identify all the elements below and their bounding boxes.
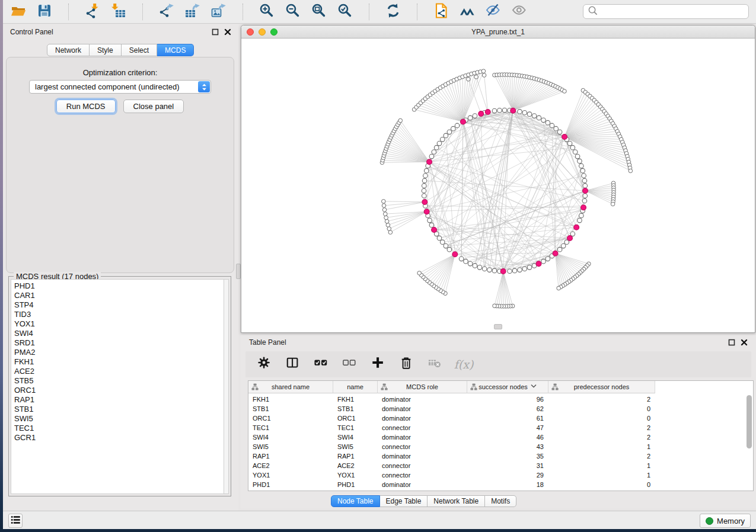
graph-mcds-node[interactable] (562, 134, 567, 140)
maximize-window-icon[interactable] (270, 28, 277, 36)
mcds-result-list[interactable]: PHD1CAR1STP4TID3YOX1SWI4SRD1PMA2FKH1ACE2… (11, 279, 224, 494)
export-image-button[interactable] (210, 4, 227, 20)
zoom-out-button[interactable] (285, 4, 301, 20)
network-window-titlebar[interactable]: YPA_prune.txt_1 (241, 25, 755, 39)
graph-node[interactable] (532, 114, 537, 118)
mcds-result-scrollbar[interactable] (224, 279, 229, 494)
mcds-result-item[interactable]: PHD1 (14, 281, 224, 291)
graph-node[interactable] (537, 116, 541, 120)
mcds-result-item[interactable]: SWI4 (14, 329, 224, 338)
graph-node[interactable] (527, 112, 532, 117)
mcds-result-item[interactable]: STB1 (14, 405, 224, 414)
graph-node[interactable] (583, 184, 588, 188)
graph-mcds-node[interactable] (432, 227, 437, 233)
graph-mcds-node[interactable] (424, 209, 429, 214)
table-row[interactable]: PHD1PHD1dominator180 (248, 480, 753, 489)
graph-node[interactable] (451, 126, 456, 131)
graph-node[interactable] (580, 168, 585, 173)
graph-leaf-node[interactable] (383, 212, 387, 216)
mcds-result-item[interactable]: SWI5 (14, 414, 224, 424)
close-panel-icon[interactable] (224, 28, 231, 36)
select-all-button[interactable] (314, 357, 328, 371)
graph-node[interactable] (518, 268, 522, 273)
run-mcds-button[interactable]: Run MCDS (56, 100, 116, 113)
graph-mcds-node[interactable] (536, 261, 541, 267)
graph-node[interactable] (573, 150, 578, 155)
graph-node[interactable] (434, 145, 439, 150)
settings-gear-button[interactable] (257, 357, 272, 371)
table-scrollbar[interactable] (747, 395, 752, 448)
graph-node[interactable] (440, 240, 445, 245)
graph-leaf-node[interactable] (481, 69, 486, 73)
graph-mcds-node[interactable] (500, 269, 506, 274)
tab-select[interactable]: Select (122, 44, 157, 56)
column-header-name[interactable]: name (333, 381, 378, 393)
graph-node[interactable] (508, 269, 512, 274)
graph-mcds-node[interactable] (553, 251, 558, 256)
graph-node[interactable] (422, 178, 427, 183)
minimize-window-icon[interactable] (259, 28, 266, 36)
new-network-from-selection-button[interactable] (433, 4, 449, 20)
column-header-MCDS-role[interactable]: MCDS role (378, 381, 467, 393)
first-neighbors-button[interactable] (459, 4, 476, 20)
graph-node[interactable] (541, 118, 546, 123)
graph-leaf-node[interactable] (629, 169, 633, 173)
graph-node[interactable] (422, 184, 426, 188)
column-header-successor-nodes[interactable]: successor nodes (467, 381, 548, 393)
vertical-splitter-handle[interactable] (236, 264, 241, 279)
graph-node[interactable] (440, 137, 445, 142)
graph-node[interactable] (473, 264, 477, 268)
graph-mcds-node[interactable] (583, 188, 588, 194)
close-panel-button[interactable]: Close panel (123, 100, 184, 113)
graph-leaf-node[interactable] (493, 304, 497, 308)
graph-node[interactable] (582, 178, 587, 183)
tab-mcds[interactable]: MCDS (157, 44, 194, 56)
mcds-result-item[interactable]: CAR1 (14, 291, 224, 300)
graph-leaf-node[interactable] (611, 202, 615, 206)
tab-node-table[interactable]: Node Table (331, 495, 380, 507)
graph-leaf-node[interactable] (385, 219, 389, 223)
table-row[interactable]: ACE2ACE2connector311 (248, 461, 753, 470)
graph-node[interactable] (447, 247, 452, 252)
mcds-result-item[interactable]: ORC1 (14, 386, 224, 395)
graph-mcds-node[interactable] (427, 159, 432, 165)
graph-node[interactable] (487, 268, 492, 273)
criterion-dropdown[interactable]: largest connected component (undirected) (29, 80, 211, 94)
graph-node[interactable] (578, 218, 582, 223)
graph-node[interactable] (527, 265, 532, 270)
graph-node[interactable] (546, 120, 550, 125)
graph-node[interactable] (444, 243, 448, 248)
close-window-icon[interactable] (247, 28, 254, 36)
mcds-result-item[interactable]: TEC1 (14, 424, 224, 433)
float-panel-icon[interactable] (728, 339, 735, 346)
tab-network-table[interactable]: Network Table (428, 495, 485, 507)
memory-button[interactable]: Memory (700, 514, 751, 528)
graph-node[interactable] (423, 174, 428, 178)
graph-mcds-node[interactable] (422, 200, 428, 205)
graph-node[interactable] (578, 159, 582, 164)
graph-mcds-node[interactable] (567, 236, 573, 241)
graph-leaf-node[interactable] (381, 200, 385, 204)
graph-node[interactable] (522, 267, 527, 271)
graph-node[interactable] (582, 174, 586, 178)
search-box[interactable] (583, 4, 749, 19)
graph-node[interactable] (582, 198, 587, 203)
graph-node[interactable] (424, 168, 429, 173)
graph-node[interactable] (422, 188, 426, 193)
graph-node[interactable] (432, 150, 436, 155)
graph-leaf-node[interactable] (398, 118, 403, 123)
graph-node[interactable] (444, 133, 448, 138)
graph-node[interactable] (557, 130, 562, 134)
mcds-result-item[interactable]: ACE2 (14, 367, 224, 376)
table-row[interactable]: YOX1YOX1connector291 (248, 470, 753, 480)
graph-node[interactable] (429, 223, 434, 227)
graph-node[interactable] (473, 114, 477, 118)
graph-node[interactable] (512, 268, 517, 273)
tab-motifs[interactable]: Motifs (485, 495, 516, 507)
graph-leaf-node[interactable] (382, 204, 386, 208)
zoom-fit-button[interactable] (311, 4, 327, 20)
tab-style[interactable]: Style (90, 44, 122, 56)
mcds-result-item[interactable]: STB5 (14, 376, 224, 386)
graph-node[interactable] (570, 145, 575, 150)
mcds-result-item[interactable]: FKH1 (14, 357, 224, 367)
